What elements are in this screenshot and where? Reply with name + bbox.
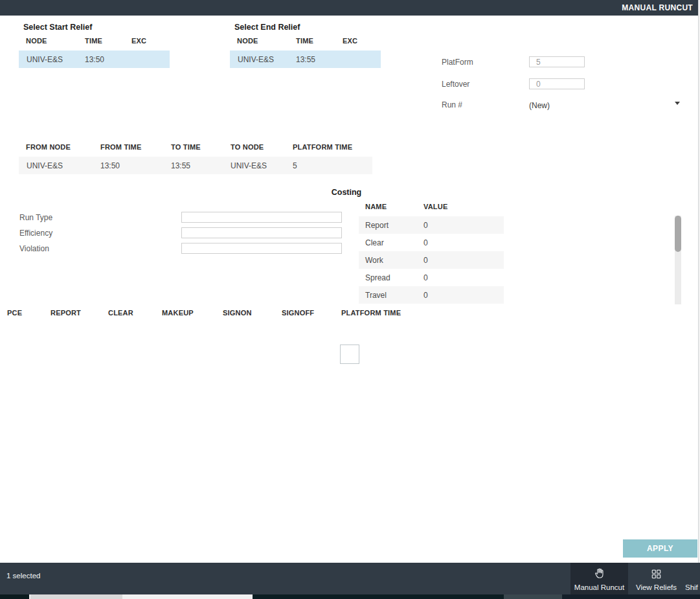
start-relief-time-cell: 13:50 bbox=[85, 55, 104, 64]
bottom-strip-dark-mid bbox=[253, 594, 504, 599]
costing-col-value: VALUE bbox=[423, 203, 447, 210]
start-relief-row-selected[interactable]: UNIV-E&S 13:50 bbox=[19, 51, 170, 68]
costing-name-cell: Work bbox=[365, 256, 383, 265]
run-type-label: Run Type bbox=[19, 213, 52, 222]
pce-col-makeup: MAKEUP bbox=[162, 309, 194, 317]
run-number-value: (New) bbox=[529, 101, 550, 110]
start-relief-node-cell: UNIV-E&S bbox=[27, 55, 63, 64]
segment-row[interactable]: UNIV-E&S 13:50 13:55 UNIV-E&S 5 bbox=[19, 157, 372, 174]
manual-runcut-label: Manual Runcut bbox=[574, 583, 624, 591]
pce-col-signoff: SIGNOFF bbox=[282, 309, 314, 317]
costing-title: Costing bbox=[311, 188, 382, 197]
end-relief-node-cell: UNIV-E&S bbox=[238, 55, 274, 64]
costing-name-cell: Report bbox=[365, 221, 389, 230]
pce-col-clear: CLEAR bbox=[108, 309, 133, 317]
segment-col-to-time: TO TIME bbox=[171, 143, 201, 151]
selection-count: 1 selected bbox=[6, 572, 40, 580]
end-relief-row-selected[interactable]: UNIV-E&S 13:55 bbox=[230, 51, 381, 68]
costing-value-cell: 0 bbox=[423, 273, 428, 282]
status-bar: 1 selected Manual Runcut bbox=[0, 563, 700, 594]
segment-col-platform-time: PLATFORM TIME bbox=[293, 143, 352, 151]
costing-value-cell: 0 bbox=[423, 256, 428, 265]
view-reliefs-button[interactable]: View Reliefs bbox=[630, 563, 683, 594]
pce-col-platform-time: PLATFORM TIME bbox=[341, 309, 401, 317]
start-relief-col-node: NODE bbox=[26, 37, 47, 45]
pce-col-signon: SIGNON bbox=[223, 309, 252, 317]
segment-to-node-cell: UNIV-E&S bbox=[231, 161, 267, 170]
costing-value-cell: 0 bbox=[423, 238, 428, 247]
caret-down-icon[interactable] bbox=[675, 102, 680, 105]
costing-col-name: NAME bbox=[365, 203, 387, 210]
segment-col-to-node: TO NODE bbox=[231, 143, 264, 151]
costing-scrollbar-thumb[interactable] bbox=[675, 216, 681, 252]
horizontal-scrollbar-thumb[interactable] bbox=[30, 594, 122, 599]
end-relief-title: Select End Relief bbox=[234, 23, 300, 32]
costing-row-clear[interactable]: Clear 0 bbox=[359, 234, 504, 251]
costing-row-work[interactable]: Work 0 bbox=[359, 251, 504, 269]
pce-col-report: REPORT bbox=[51, 309, 81, 317]
start-relief-title: Select Start Relief bbox=[23, 23, 92, 32]
empty-cell-box[interactable] bbox=[340, 345, 359, 364]
end-relief-col-exc: EXC bbox=[343, 37, 357, 45]
costing-name-cell: Travel bbox=[365, 291, 387, 300]
violation-input[interactable] bbox=[181, 243, 342, 254]
costing-value-cell: 0 bbox=[423, 221, 428, 230]
manual-runcut-button[interactable]: Manual Runcut bbox=[570, 563, 628, 594]
segment-from-time-cell: 13:50 bbox=[100, 161, 120, 170]
segment-from-node-cell: UNIV-E&S bbox=[27, 161, 63, 170]
bottom-strip-dark-right bbox=[562, 594, 700, 599]
segment-platform-time-cell: 5 bbox=[293, 161, 297, 170]
hand-icon bbox=[593, 567, 605, 582]
view-reliefs-label: View Reliefs bbox=[636, 583, 677, 591]
violation-label: Violation bbox=[19, 244, 49, 253]
run-number-label: Run # bbox=[442, 100, 462, 109]
platform-label: PlatForm bbox=[442, 58, 473, 67]
costing-name-cell: Spread bbox=[365, 273, 390, 282]
shift-label: Shif bbox=[685, 583, 698, 591]
efficiency-label: Efficiency bbox=[19, 229, 52, 238]
start-relief-col-time: TIME bbox=[85, 37, 102, 45]
costing-row-report[interactable]: Report 0 bbox=[359, 216, 504, 234]
bottom-strip-dark-left bbox=[0, 594, 29, 599]
segment-col-from-node: FROM NODE bbox=[26, 143, 71, 151]
grid-icon bbox=[651, 569, 662, 582]
segment-col-from-time: FROM TIME bbox=[100, 143, 142, 151]
costing-name-cell: Clear bbox=[365, 238, 384, 247]
run-type-input[interactable] bbox=[181, 212, 342, 223]
leftover-input[interactable] bbox=[529, 78, 585, 89]
title-bar: MANUAL RUNCUT bbox=[0, 0, 698, 16]
bottom-strip-slate-segment bbox=[504, 594, 562, 599]
segment-to-time-cell: 13:55 bbox=[171, 161, 190, 170]
costing-row-spread[interactable]: Spread 0 bbox=[359, 269, 504, 286]
efficiency-input[interactable] bbox=[181, 227, 342, 238]
costing-row-travel[interactable]: Travel 0 bbox=[359, 286, 504, 304]
manual-runcut-screen: { "title_bar": { "title": "MANUAL RUNCUT… bbox=[0, 0, 700, 599]
page-title: MANUAL RUNCUT bbox=[622, 3, 693, 12]
platform-input[interactable] bbox=[529, 56, 585, 67]
shift-button-clipped[interactable]: Shif bbox=[685, 563, 700, 594]
costing-value-cell: 0 bbox=[423, 291, 428, 300]
leftover-label: Leftover bbox=[442, 80, 469, 89]
end-relief-col-node: NODE bbox=[237, 37, 258, 45]
apply-button[interactable]: APPLY bbox=[623, 539, 697, 558]
end-relief-time-cell: 13:55 bbox=[296, 55, 315, 64]
pce-col-pce: PCE bbox=[7, 309, 22, 317]
end-relief-col-time: TIME bbox=[296, 37, 313, 45]
run-number-dropdown[interactable]: (New) bbox=[529, 99, 681, 111]
start-relief-col-exc: EXC bbox=[131, 37, 146, 45]
